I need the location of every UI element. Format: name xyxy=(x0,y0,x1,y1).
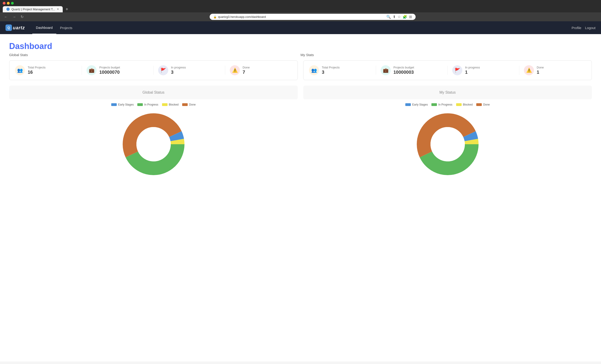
my-in-progress-label: In progress xyxy=(465,66,480,70)
app-navbar: Q uartz Dashboard Projects Profile Logou… xyxy=(0,21,601,34)
global-total-projects-value: 16 xyxy=(28,70,46,75)
global-done-label: Done xyxy=(243,66,250,70)
global-in-progress: 🚩 In progress 3 xyxy=(158,65,220,75)
my-stats-label: My Stats xyxy=(300,53,592,57)
tab-close-button[interactable]: ✕ xyxy=(57,8,59,11)
url-text: quartzg3.herokuapp.com/dashboard xyxy=(218,15,266,19)
my-legend-done-color xyxy=(476,103,482,106)
my-in-progress-text: In progress 1 xyxy=(465,66,480,75)
my-legend-blocked-label: Blocked xyxy=(463,103,473,106)
global-done-value: 7 xyxy=(243,70,250,75)
global-stats-card: 👥 Total Projects 16 💼 Projects budget 10… xyxy=(9,61,298,80)
my-done-value: 1 xyxy=(537,70,544,75)
legend-done-label: Done xyxy=(189,103,196,106)
global-in-progress-label: In progress xyxy=(171,66,186,70)
traffic-light-red[interactable] xyxy=(3,2,6,5)
forward-button[interactable]: → xyxy=(11,14,17,20)
share-icon: ⬆ xyxy=(393,15,396,19)
global-donut-chart xyxy=(119,110,188,179)
global-chart-legend: Early Stages In Progress Blocked Done xyxy=(111,103,196,106)
my-budget: 💼 Projects budget 10000003 xyxy=(381,65,443,75)
global-donut-svg xyxy=(119,110,188,179)
traffic-light-green[interactable] xyxy=(11,2,14,5)
global-budget-value: 10000070 xyxy=(99,70,120,75)
my-chart-legend: Early Stages In Progress Blocked Done xyxy=(405,103,490,106)
global-status-card: Global Status xyxy=(9,86,298,99)
my-budget-icon: 💼 xyxy=(381,65,391,75)
my-total-projects-label: Total Projects xyxy=(322,66,340,70)
my-divider-1 xyxy=(376,66,376,75)
my-divider-2 xyxy=(447,66,448,75)
logo-icon: Q xyxy=(6,24,12,31)
global-in-progress-value: 3 xyxy=(171,70,186,75)
legend-in-progress-label: In Progress xyxy=(144,103,158,106)
in-progress-icon: 🚩 xyxy=(158,65,168,75)
legend-in-progress-color xyxy=(137,103,143,106)
app-logo[interactable]: Q uartz xyxy=(6,24,25,31)
search-icon: 🔍 xyxy=(386,15,391,19)
legend-blocked-label: Blocked xyxy=(169,103,179,106)
traffic-light-yellow[interactable] xyxy=(7,2,10,5)
global-budget-text: Projects budget 10000070 xyxy=(99,66,120,75)
my-in-progress-icon: 🚩 xyxy=(452,65,462,75)
legend-early-stages: Early Stages xyxy=(111,103,134,106)
global-stats-label: Global Stats xyxy=(9,53,300,57)
legend-done-color xyxy=(182,103,188,106)
logo-name: uartz xyxy=(13,25,25,30)
global-budget: 💼 Projects budget 10000070 xyxy=(87,65,149,75)
my-legend-early-stages-label: Early Stages xyxy=(412,103,428,106)
new-tab-button[interactable]: + xyxy=(64,6,70,12)
tab-favicon xyxy=(6,8,10,11)
browser-tab-active[interactable]: Quartz | Project Management T... ✕ xyxy=(3,6,63,12)
charts-row: Early Stages In Progress Blocked Done xyxy=(9,101,592,179)
budget-icon: 💼 xyxy=(87,65,97,75)
refresh-button[interactable]: ↻ xyxy=(19,14,25,20)
my-status-card: My Status xyxy=(303,86,592,99)
legend-early-stages-color xyxy=(111,103,117,106)
my-stats-card: 👥 Total Projects 3 💼 Projects budget 100… xyxy=(303,61,592,80)
my-legend-done: Done xyxy=(476,103,490,106)
my-total-projects-value: 3 xyxy=(322,70,340,75)
nav-profile-link[interactable]: Profile xyxy=(572,26,581,30)
legend-in-progress: In Progress xyxy=(137,103,158,106)
nav-link-dashboard[interactable]: Dashboard xyxy=(32,21,56,34)
global-status-label: Global Status xyxy=(142,91,164,95)
my-done-icon: ⚠️ xyxy=(524,65,534,75)
page-title: Dashboard xyxy=(9,41,592,51)
global-chart-container: Early Stages In Progress Blocked Done xyxy=(9,101,298,179)
address-bar[interactable]: 🔒 quartzg3.herokuapp.com/dashboard 🔍 ⬆ ☆… xyxy=(210,14,416,20)
my-in-progress-value: 1 xyxy=(465,70,480,75)
global-done-text: Done 7 xyxy=(243,66,250,75)
lock-icon: 🔒 xyxy=(213,15,217,19)
legend-blocked: Blocked xyxy=(162,103,179,106)
my-done-text: Done 1 xyxy=(537,66,544,75)
legend-early-stages-label: Early Stages xyxy=(118,103,134,106)
sidebar-icon: ⊞ xyxy=(409,15,412,19)
nav-links: Dashboard Projects xyxy=(32,21,76,34)
svg-point-4 xyxy=(136,127,171,162)
logo-letter: Q xyxy=(8,26,10,30)
my-legend-early-stages: Early Stages xyxy=(405,103,428,106)
nav-logout-link[interactable]: Logout xyxy=(585,26,595,30)
my-legend-done-label: Done xyxy=(483,103,490,106)
svg-point-9 xyxy=(431,127,465,162)
logo-text: uartz xyxy=(13,25,25,30)
my-budget-value: 10000003 xyxy=(393,70,414,75)
my-legend-in-progress-color xyxy=(431,103,437,106)
my-legend-early-stages-color xyxy=(405,103,411,106)
back-button[interactable]: ← xyxy=(3,14,9,20)
nav-link-projects[interactable]: Projects xyxy=(56,21,76,34)
my-budget-text: Projects budget 10000003 xyxy=(393,66,414,75)
my-legend-in-progress: In Progress xyxy=(431,103,452,106)
global-total-projects-label: Total Projects xyxy=(28,66,46,70)
global-in-progress-text: In progress 3 xyxy=(171,66,186,75)
my-donut-svg xyxy=(413,110,482,179)
browser-chrome: Quartz | Project Management T... ✕ + ← →… xyxy=(0,0,601,21)
my-donut-chart xyxy=(413,110,482,179)
my-done: ⚠️ Done 1 xyxy=(524,65,586,75)
bookmark-icon: ☆ xyxy=(398,15,401,19)
my-total-projects-icon: 👥 xyxy=(309,65,319,75)
address-bar-icons: 🔍 ⬆ ☆ 🧩 ⊞ xyxy=(386,15,412,19)
my-done-label: Done xyxy=(537,66,544,70)
global-done: ⚠️ Done 7 xyxy=(230,65,292,75)
